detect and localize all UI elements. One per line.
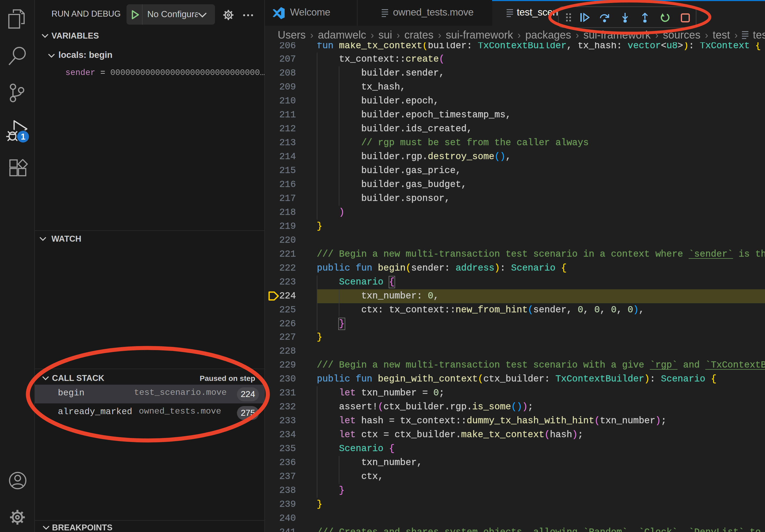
svg-text:1: 1 — [21, 132, 25, 141]
